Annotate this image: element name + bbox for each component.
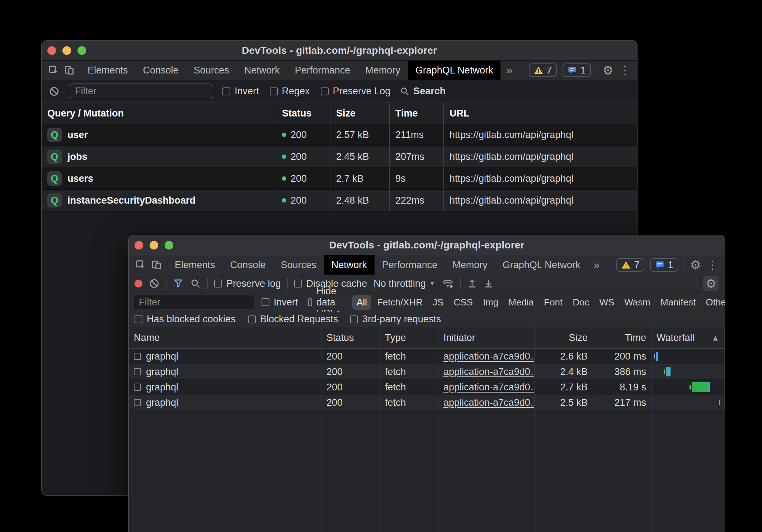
table-row[interactable]: graphql 200 fetch application-a7ca9d0… 2… bbox=[129, 395, 725, 410]
checkbox-box[interactable] bbox=[308, 298, 312, 306]
resource-type-chip[interactable]: Wasm bbox=[620, 295, 655, 310]
column-header-status[interactable]: Status bbox=[276, 103, 330, 124]
export-har-icon[interactable] bbox=[484, 279, 494, 289]
column-header-waterfall[interactable]: Waterfall ▲ bbox=[652, 327, 725, 348]
table-row[interactable]: Q user 200 2.57 kB 211ms https://gitlab.… bbox=[42, 124, 637, 146]
inspect-element-icon[interactable] bbox=[48, 65, 59, 76]
checkbox-box[interactable] bbox=[214, 280, 222, 288]
filter-funnel-icon[interactable] bbox=[173, 278, 184, 289]
warnings-badge[interactable]: 7 bbox=[616, 258, 644, 272]
checkbox-box[interactable] bbox=[135, 315, 142, 323]
initiator-link[interactable]: application-a7ca9d0… bbox=[443, 366, 535, 377]
checkbox-box[interactable] bbox=[350, 315, 358, 323]
messages-badge[interactable]: 1 bbox=[563, 63, 591, 77]
panel-tab[interactable]: Memory bbox=[358, 61, 408, 80]
filter-checkbox[interactable]: Preserve Log bbox=[321, 86, 391, 97]
more-tabs-icon[interactable]: » bbox=[588, 255, 605, 275]
column-header-time[interactable]: Time bbox=[390, 103, 444, 124]
filter-checkbox[interactable]: Regex bbox=[270, 86, 310, 97]
zoom-button[interactable] bbox=[165, 241, 173, 250]
column-header-initiator[interactable]: Initiator bbox=[438, 327, 535, 348]
resource-type-chip[interactable]: Doc bbox=[568, 295, 593, 310]
resource-type-chip[interactable]: Fetch/XHR bbox=[373, 295, 427, 310]
column-header-time[interactable]: Time bbox=[593, 327, 652, 348]
import-har-icon[interactable] bbox=[467, 279, 477, 289]
filter-checkbox[interactable]: 3rd-party requests bbox=[350, 314, 441, 325]
resource-type-chip[interactable]: CSS bbox=[449, 295, 477, 310]
initiator-link[interactable]: application-a7ca9d0… bbox=[443, 351, 535, 362]
table-row[interactable]: Q instanceSecurityDashboard 200 2.48 kB … bbox=[42, 190, 637, 212]
panel-tab[interactable]: Performance bbox=[287, 61, 358, 80]
panel-tab[interactable]: GraphQL Network bbox=[495, 255, 588, 275]
more-tabs-icon[interactable]: » bbox=[500, 61, 518, 80]
panel-tab[interactable]: Sources bbox=[273, 255, 324, 275]
initiator-link[interactable]: application-a7ca9d0… bbox=[443, 382, 535, 393]
search-button[interactable]: Search bbox=[400, 86, 446, 97]
device-toolbar-icon[interactable] bbox=[151, 260, 162, 270]
panel-tab[interactable]: Network bbox=[237, 61, 287, 80]
panel-tab[interactable]: GraphQL Network bbox=[408, 61, 501, 80]
table-row[interactable]: graphql 200 fetch application-a7ca9d0… 2… bbox=[129, 380, 725, 395]
clear-icon[interactable] bbox=[49, 86, 60, 97]
panel-tab[interactable]: Network bbox=[324, 255, 375, 275]
network-conditions-icon[interactable] bbox=[442, 278, 454, 289]
panel-tab[interactable]: Console bbox=[223, 255, 273, 275]
close-button[interactable] bbox=[47, 46, 56, 55]
resource-type-chip[interactable]: Other bbox=[701, 295, 725, 310]
throttling-select[interactable]: No throttling ▼ bbox=[373, 278, 435, 289]
table-row[interactable]: graphql 200 fetch application-a7ca9d0… 2… bbox=[129, 364, 725, 380]
panel-tab[interactable]: Console bbox=[136, 61, 186, 80]
table-row[interactable]: graphql 200 fetch application-a7ca9d0… 2… bbox=[129, 349, 725, 364]
panel-tab[interactable]: Elements bbox=[80, 61, 136, 80]
minimize-button[interactable] bbox=[150, 241, 158, 250]
filter-checkbox[interactable]: Blocked Requests bbox=[248, 314, 338, 325]
filter-checkbox[interactable]: Invert bbox=[222, 86, 259, 97]
close-button[interactable] bbox=[135, 241, 143, 250]
settings-gear-icon[interactable]: ⚙ bbox=[603, 64, 613, 76]
graphql-filter-input[interactable] bbox=[69, 84, 213, 99]
table-row[interactable]: Q jobs 200 2.45 kB 207ms https://gitlab.… bbox=[42, 146, 637, 168]
panel-tab[interactable]: Performance bbox=[375, 255, 445, 275]
column-header-size[interactable]: Size bbox=[330, 103, 390, 124]
settings-gear-icon[interactable]: ⚙ bbox=[690, 259, 701, 271]
checkbox-box[interactable] bbox=[262, 298, 269, 306]
device-toolbar-icon[interactable] bbox=[64, 65, 75, 76]
column-header-type[interactable]: Type bbox=[380, 327, 438, 348]
row-checkbox[interactable] bbox=[134, 368, 141, 375]
resource-type-chip[interactable]: Img bbox=[479, 295, 503, 310]
resource-type-chip[interactable]: JS bbox=[428, 295, 448, 310]
checkbox-box[interactable] bbox=[270, 87, 278, 95]
panel-tab[interactable]: Sources bbox=[186, 61, 237, 80]
zoom-button[interactable] bbox=[77, 46, 86, 55]
column-header-status[interactable]: Status bbox=[321, 327, 380, 348]
filter-checkbox[interactable]: Has blocked cookies bbox=[135, 314, 236, 325]
resource-type-chip[interactable]: WS bbox=[595, 295, 618, 310]
checkbox-box[interactable] bbox=[321, 87, 329, 95]
search-icon[interactable] bbox=[190, 278, 201, 289]
checkbox-box[interactable] bbox=[248, 315, 256, 323]
resource-type-chip[interactable]: Font bbox=[540, 295, 567, 310]
panel-tab[interactable]: Elements bbox=[167, 255, 223, 275]
minimize-button[interactable] bbox=[62, 46, 71, 55]
row-checkbox[interactable] bbox=[134, 399, 141, 406]
column-header-url[interactable]: URL bbox=[444, 103, 637, 124]
messages-badge[interactable]: 1 bbox=[650, 258, 678, 272]
column-header-query[interactable]: Query / Mutation bbox=[42, 103, 276, 124]
column-header-size[interactable]: Size bbox=[535, 327, 593, 348]
table-row[interactable]: Q users 200 2.7 kB 9s https://gitlab.com… bbox=[42, 168, 637, 190]
network-settings-gear-icon[interactable]: ⚙ bbox=[703, 276, 719, 291]
resource-type-chip[interactable]: All bbox=[352, 295, 371, 310]
network-filter-input[interactable] bbox=[134, 295, 254, 309]
clear-icon[interactable] bbox=[149, 278, 160, 289]
column-header-name[interactable]: Name bbox=[129, 327, 321, 348]
resource-type-chip[interactable]: Manifest bbox=[656, 295, 700, 310]
row-checkbox[interactable] bbox=[134, 353, 141, 360]
kebab-menu-icon[interactable]: ⋮ bbox=[619, 65, 631, 76]
warnings-badge[interactable]: 7 bbox=[529, 63, 557, 77]
initiator-link[interactable]: application-a7ca9d0… bbox=[443, 397, 535, 408]
kebab-menu-icon[interactable]: ⋮ bbox=[707, 259, 718, 271]
row-checkbox[interactable] bbox=[134, 384, 141, 391]
resource-type-chip[interactable]: Media bbox=[504, 295, 538, 310]
panel-tab[interactable]: Memory bbox=[445, 255, 495, 275]
checkbox-box[interactable] bbox=[222, 87, 230, 95]
